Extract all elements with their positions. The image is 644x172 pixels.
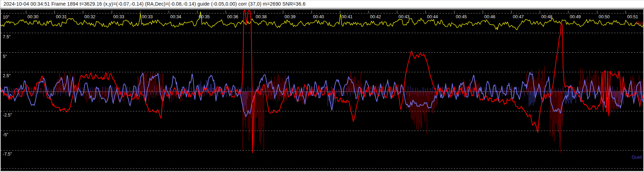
x-tick-label: 00:39 — [285, 14, 295, 19]
legend-bottom-right: Guid — [632, 154, 642, 160]
x-tick-label: 00:43 — [398, 14, 409, 19]
ra-correction-pulses — [428, 92, 438, 113]
y-tick-label: 2.5" — [3, 73, 11, 78]
status-bar: 2024-10-04 00:34:51 Frame 1894 t=3629.16… — [0, 0, 644, 8]
x-tick-label: 00:38 — [256, 14, 267, 19]
x-tick-label: 00:46 — [484, 14, 495, 19]
y-tick-label: 7.5" — [3, 34, 11, 39]
x-tick-label: 00:32 — [84, 14, 95, 19]
legend-top-right: Guid — [636, 20, 643, 26]
x-tick-label: 00:40 — [313, 14, 324, 19]
x-tick-label: 00:33 — [113, 14, 124, 19]
x-tick-label: 00:33 — [142, 14, 153, 19]
x-tick-label: 00:45 — [456, 14, 467, 19]
x-tick-label: 00:31 — [56, 14, 67, 19]
ra-correction-pulses — [559, 92, 562, 153]
y-tick-label: -7.5" — [3, 152, 12, 157]
y-tick-label: 10" — [3, 15, 9, 20]
status-text: 2024-10-04 00:34:51 Frame 1894 t=3629.16… — [4, 1, 306, 7]
x-tick-label: 00:49 — [570, 14, 581, 19]
ra-correction-pulses — [407, 92, 428, 134]
x-tick-label: 00:50 — [599, 14, 610, 19]
x-tick-label: 00:47 — [513, 14, 524, 19]
chart-frame: 00:3000:3100:3200:3300:3300:3400:3500:36… — [0, 9, 644, 172]
x-tick-label: 00:41 — [342, 14, 352, 19]
x-tick-label: 00:48 — [541, 14, 552, 19]
y-tick-label: 5" — [3, 54, 7, 59]
x-tick-label: 00:44 — [427, 14, 438, 19]
x-tick-label: 00:51 — [627, 14, 638, 19]
x-tick-label: 00:35 — [199, 14, 210, 19]
y-tick-label: -2.5" — [3, 113, 12, 118]
x-tick-label: 00:34 — [170, 14, 181, 19]
x-tick-label: 00:42 — [370, 14, 381, 19]
dec-correction-pulses — [529, 92, 535, 107]
guide-graph-canvas: 00:3000:3100:3200:3300:3300:3400:3500:36… — [1, 9, 643, 171]
ra-correction-pulses — [347, 71, 362, 92]
ra-correction-pulses — [527, 66, 544, 92]
x-tick-label: 00:30 — [27, 14, 38, 19]
guide-graph-window: 2024-10-04 00:34:51 Frame 1894 t=3629.16… — [0, 0, 644, 172]
ra-correction-pulses — [550, 92, 563, 142]
y-tick-label: -5" — [3, 132, 8, 137]
x-tick-label: 00:36 — [227, 14, 238, 19]
